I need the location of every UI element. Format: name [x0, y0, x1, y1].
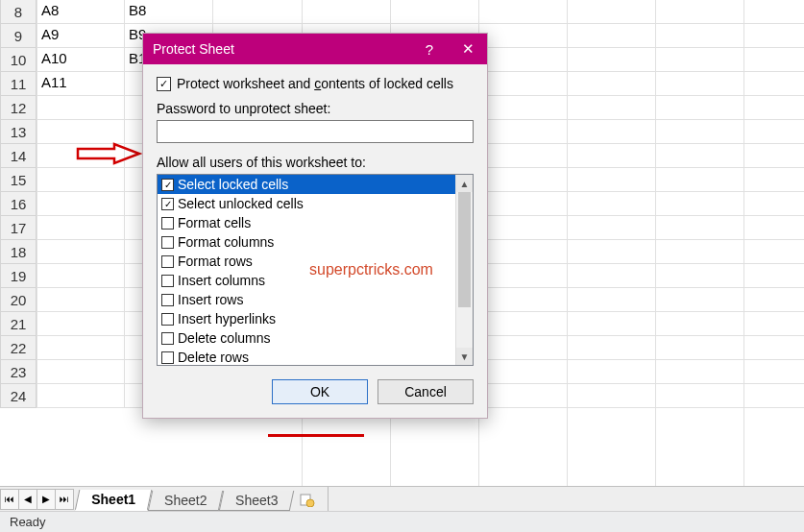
permission-option[interactable]: Delete columns	[158, 328, 455, 348]
row-header[interactable]: 15	[0, 168, 37, 192]
cell[interactable]	[37, 216, 125, 240]
permission-option[interactable]: Format columns	[158, 232, 455, 252]
protect-sheet-dialog: Protect Sheet ? ✕ Protect worksheet and …	[142, 33, 488, 419]
password-input[interactable]	[157, 120, 474, 143]
permission-option[interactable]: Insert rows	[158, 290, 455, 309]
cell[interactable]	[37, 288, 125, 312]
permission-checkbox[interactable]	[161, 236, 174, 249]
row-header[interactable]: 24	[0, 384, 37, 408]
permission-label: Delete rows	[178, 350, 249, 365]
close-button[interactable]: ✕	[449, 34, 487, 64]
cell[interactable]: B8	[125, 0, 213, 24]
annotation-underline	[268, 434, 364, 437]
permission-checkbox[interactable]	[161, 275, 174, 287]
sheet-tab-bar: ⏮ ◀ ▶ ⏭ Sheet1Sheet2Sheet3	[0, 486, 804, 511]
cell[interactable]	[37, 336, 125, 360]
cell[interactable]	[37, 264, 125, 288]
tab-scroll-area[interactable]	[328, 487, 804, 511]
sheet-tab[interactable]: Sheet3	[219, 491, 295, 511]
row-header[interactable]: 14	[0, 144, 37, 168]
cell[interactable]: A8	[37, 0, 125, 24]
permission-checkbox[interactable]	[161, 351, 174, 364]
new-sheet-button[interactable]	[293, 487, 322, 511]
tab-nav-first-button[interactable]: ⏮	[0, 489, 19, 510]
permission-label: Insert rows	[178, 292, 243, 307]
row-header[interactable]: 10	[0, 48, 37, 72]
row-header[interactable]: 8	[0, 0, 37, 24]
listbox-scrollbar[interactable]: ▲ ▼	[455, 175, 473, 365]
protect-contents-label: Protect worksheet and contents of locked…	[177, 76, 453, 91]
permission-checkbox[interactable]	[161, 313, 174, 326]
permission-checkbox[interactable]	[161, 217, 174, 230]
tab-nav-last-button[interactable]: ⏭	[55, 489, 74, 510]
permission-label: Select unlocked cells	[178, 196, 304, 211]
cell[interactable]	[37, 168, 125, 192]
permission-checkbox[interactable]	[161, 179, 174, 191]
scroll-up-button[interactable]: ▲	[456, 175, 473, 192]
status-text: Ready	[10, 515, 46, 529]
permission-option[interactable]: Select locked cells	[158, 175, 455, 194]
sheet-tab-label: Sheet1	[91, 492, 135, 507]
cell[interactable]	[37, 312, 125, 336]
gridline	[567, 0, 568, 486]
permission-label: Delete columns	[178, 330, 271, 346]
cell[interactable]	[37, 192, 125, 216]
tab-nav-next-button[interactable]: ▶	[37, 489, 56, 510]
dialog-titlebar[interactable]: Protect Sheet ? ✕	[143, 34, 487, 64]
cell[interactable]: A11	[37, 72, 125, 96]
row-header[interactable]: 11	[0, 72, 37, 96]
permission-checkbox[interactable]	[161, 198, 174, 210]
cell[interactable]: A10	[37, 48, 125, 72]
help-button[interactable]: ?	[410, 34, 449, 64]
permission-option[interactable]: Insert hyperlinks	[158, 309, 455, 328]
permissions-listbox[interactable]: Select locked cellsSelect unlocked cells…	[157, 174, 474, 366]
dialog-title: Protect Sheet	[153, 41, 234, 57]
new-sheet-icon	[299, 492, 316, 507]
protect-contents-checkbox[interactable]	[157, 77, 171, 91]
sheet-tab-label: Sheet3	[235, 493, 278, 508]
row-header[interactable]: 18	[0, 240, 37, 264]
permission-option[interactable]: Insert columns	[158, 271, 455, 290]
permission-option[interactable]: Format cells	[158, 213, 455, 232]
cell[interactable]	[37, 240, 125, 264]
permission-label: Insert hyperlinks	[178, 311, 276, 326]
grid-row: 8A8B8	[0, 0, 804, 24]
gridline	[743, 0, 744, 486]
cancel-button[interactable]: Cancel	[378, 379, 474, 404]
row-header[interactable]: 16	[0, 192, 37, 216]
row-header[interactable]: 22	[0, 336, 37, 360]
allow-users-label: Allow all users of this worksheet to:	[157, 155, 474, 170]
row-header[interactable]: 9	[0, 24, 37, 48]
password-label: Password to unprotect sheet:	[157, 101, 474, 116]
permission-checkbox[interactable]	[161, 332, 174, 345]
permission-label: Format columns	[178, 234, 274, 250]
permission-option[interactable]: Delete rows	[158, 348, 455, 365]
cell[interactable]: A9	[37, 24, 125, 48]
svg-point-1	[306, 499, 314, 507]
sheet-tab[interactable]: Sheet2	[148, 491, 224, 511]
sheet-tab[interactable]: Sheet1	[75, 490, 153, 511]
row-header[interactable]: 12	[0, 96, 37, 120]
cell[interactable]	[37, 96, 125, 120]
annotation-arrow-icon	[76, 142, 143, 165]
row-header[interactable]: 13	[0, 120, 37, 144]
row-header[interactable]: 20	[0, 288, 37, 312]
row-header[interactable]: 21	[0, 312, 37, 336]
cell[interactable]	[37, 360, 125, 384]
permission-option[interactable]: Select unlocked cells	[158, 194, 455, 213]
cell[interactable]	[37, 384, 125, 408]
permission-checkbox[interactable]	[161, 255, 174, 268]
scroll-down-button[interactable]: ▼	[456, 348, 473, 365]
scroll-thumb[interactable]	[458, 192, 471, 307]
permission-checkbox[interactable]	[161, 294, 174, 306]
row-header[interactable]: 17	[0, 216, 37, 240]
ok-button[interactable]: OK	[272, 379, 368, 404]
cell[interactable]	[37, 120, 125, 144]
row-header[interactable]: 23	[0, 360, 37, 384]
tab-nav-prev-button[interactable]: ◀	[18, 489, 37, 510]
permission-label: Select locked cells	[178, 177, 288, 192]
permission-option[interactable]: Format rows	[158, 252, 455, 271]
permission-label: Insert columns	[178, 273, 265, 288]
sheet-tab-label: Sheet2	[164, 493, 207, 508]
row-header[interactable]: 19	[0, 264, 37, 288]
